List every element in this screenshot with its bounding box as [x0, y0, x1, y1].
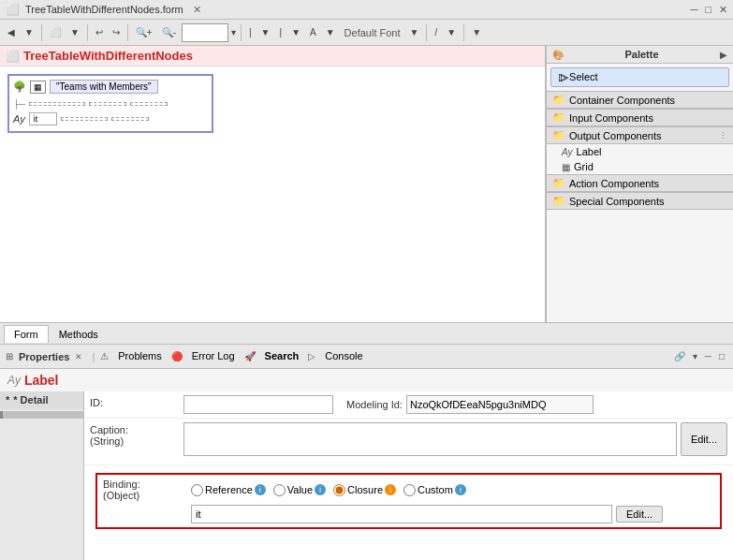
bottom-tabs: Form Methods	[0, 322, 733, 345]
tab-console[interactable]: Console	[317, 348, 370, 365]
custom-info-icon[interactable]: i	[455, 484, 466, 495]
left-marker	[0, 411, 83, 419]
zoom-out-btn[interactable]: 🔍-	[158, 25, 180, 39]
toolbar-btn-15[interactable]: ▼	[468, 25, 485, 39]
toolbar-btn-7[interactable]: |	[245, 25, 256, 39]
folder-icon-action: 📁	[552, 177, 565, 189]
row-1-text: ├─	[13, 99, 25, 109]
toolbar-btn-4[interactable]: ▼	[66, 25, 83, 39]
tab-form[interactable]: Form	[4, 325, 49, 343]
props-link-btn[interactable]: 🔗	[671, 350, 688, 362]
props-min-btn[interactable]: ─	[702, 350, 714, 362]
label-item-icon: Ay	[562, 147, 573, 157]
binding-value-option[interactable]: Value i	[273, 484, 326, 496]
problems-icon: ⚠	[100, 351, 109, 361]
toolbar-btn-12[interactable]: ▼	[322, 25, 339, 39]
id-label: ID:	[90, 395, 183, 408]
font-dropdown-btn[interactable]: ▼	[406, 25, 423, 39]
toolbar-btn-3[interactable]: ⬜	[46, 25, 65, 39]
props-menu-btn[interactable]: ▾	[690, 350, 700, 362]
palette-icon: 🎨	[552, 50, 564, 60]
toolbar-sep-2	[87, 24, 88, 41]
binding-custom-option[interactable]: Custom i	[403, 484, 466, 496]
grid-item-text: Grid	[574, 161, 594, 172]
toolbar-btn-1[interactable]: ◀	[4, 25, 19, 39]
tab-methods[interactable]: Methods	[49, 325, 109, 343]
binding-row: Binding: (Object) Reference i Value i	[95, 473, 722, 529]
toolbar-btn-2[interactable]: ▼	[21, 25, 37, 39]
palette-category-special[interactable]: 📁 Special Components	[547, 192, 733, 210]
toolbar-btn-9[interactable]: |	[276, 25, 286, 39]
id-input[interactable]	[183, 395, 333, 414]
zoom-dropdown-btn[interactable]: ▾	[230, 26, 237, 38]
modeling-id-input[interactable]	[406, 395, 594, 414]
zoom-input[interactable]: 100%	[182, 23, 228, 42]
select-btn[interactable]: ▷ ▷ Select	[550, 67, 729, 87]
toolbar-btn-14[interactable]: ▼	[443, 25, 460, 39]
value-info-icon[interactable]: i	[315, 484, 326, 495]
title-bar-close[interactable]: ✕	[193, 4, 201, 16]
palette-category-output[interactable]: 📁 Output Components ⋮	[547, 126, 733, 144]
designer-panel: ⬜ TreeTableWithDifferentNodes 🌳 ▦ "Teams…	[0, 46, 546, 322]
binding-value-label: Value	[287, 484, 313, 495]
binding-edit-btn[interactable]: Edit...	[616, 506, 663, 523]
toolbar-btn-8[interactable]: ▼	[257, 25, 274, 39]
binding-closure-radio[interactable]	[333, 484, 345, 496]
caption-value: Edit...	[183, 422, 727, 456]
palette-category-container[interactable]: 📁 Container Components	[547, 91, 733, 109]
category-special-label: Special Components	[569, 196, 665, 207]
toolbar-sep-4	[241, 24, 242, 41]
folder-icon-container: 📁	[552, 94, 565, 106]
category-container-label: Container Components	[569, 95, 675, 106]
props-max-btn[interactable]: □	[716, 350, 727, 362]
binding-reference-option[interactable]: Reference i	[191, 484, 266, 496]
zoom-in-btn[interactable]: 🔍+	[132, 25, 156, 39]
preview-it: it	[29, 112, 57, 125]
properties-title: Properties	[19, 351, 69, 362]
detail-label-text: * Detail	[13, 394, 48, 405]
toolbar-btn-5[interactable]: ↩	[92, 25, 107, 39]
toolbar-btn-10[interactable]: ▼	[287, 25, 304, 39]
palette-item-grid[interactable]: ▦ Grid	[547, 159, 733, 174]
properties-close[interactable]: ✕	[75, 352, 82, 361]
toolbar-btn-6[interactable]: ↪	[109, 25, 124, 39]
binding-value-input[interactable]	[191, 505, 612, 523]
tab-methods-label: Methods	[59, 329, 98, 340]
reference-info-icon[interactable]: i	[255, 484, 266, 495]
row-1-cell-3	[130, 102, 168, 106]
folder-icon-input: 📁	[552, 111, 565, 124]
closure-info-icon[interactable]: i	[385, 484, 396, 495]
props-content: ID: Modeling Id: Caption: (String) Edit.…	[84, 391, 733, 560]
preview-header: 🌳 ▦ "Teams with Members"	[13, 80, 208, 94]
toolbar-sep-6	[463, 24, 464, 41]
designer-canvas[interactable]: 🌳 ▦ "Teams with Members" ├─ Ay it	[0, 66, 545, 322]
properties-area: ⊞ Properties ✕ | ⚠ Problems 🔴 Error Log …	[0, 345, 733, 560]
tab-errorlog[interactable]: Error Log	[184, 348, 242, 365]
palette-category-input[interactable]: 📁 Input Components	[547, 109, 733, 126]
row-2-cell-1	[61, 117, 108, 121]
binding-value-radio[interactable]	[273, 484, 286, 496]
close-window-btn[interactable]: ✕	[719, 4, 727, 16]
toolbar-btn-13[interactable]: /	[431, 25, 441, 39]
category-input-label: Input Components	[569, 112, 653, 124]
tab-problems[interactable]: Problems	[110, 348, 169, 365]
palette-category-action[interactable]: 📁 Action Components	[547, 174, 733, 192]
detail-section[interactable]: * * Detail	[0, 391, 83, 409]
modeling-id-label: Modeling Id:	[346, 399, 403, 410]
maximize-btn[interactable]: □	[705, 4, 711, 16]
tab-search[interactable]: Search	[257, 348, 307, 365]
caption-textarea[interactable]	[183, 422, 677, 456]
toolbar-btn-11[interactable]: A	[306, 25, 320, 39]
binding-reference-radio[interactable]	[191, 484, 203, 496]
palette-header: 🎨 Palette ▶	[547, 46, 733, 64]
palette-collapse-btn[interactable]: ▶	[720, 50, 727, 60]
designer-title: TreeTableWithDifferentNodes	[23, 49, 193, 63]
binding-custom-radio[interactable]	[403, 484, 416, 496]
minimize-btn[interactable]: ─	[691, 4, 698, 16]
binding-closure-option[interactable]: Closure i	[333, 484, 396, 496]
palette-item-label[interactable]: Ay Label	[547, 144, 733, 159]
category-output-label: Output Components	[569, 130, 661, 141]
caption-edit-btn[interactable]: Edit...	[681, 422, 727, 456]
properties-secondary-tabs: | ⚠ Problems 🔴 Error Log 🚀 Search ▷ Cons…	[88, 348, 370, 365]
binding-section: Binding: (Object) Reference i Value i	[84, 465, 733, 537]
